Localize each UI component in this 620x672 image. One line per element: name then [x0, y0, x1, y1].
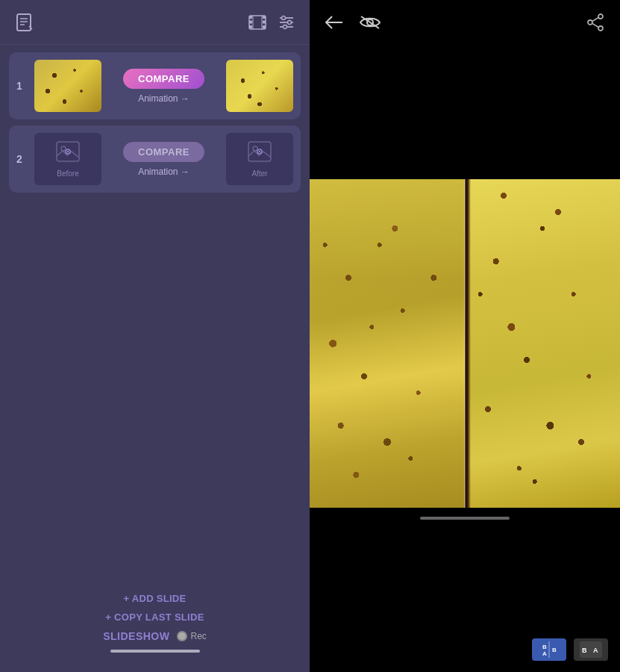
hide-button[interactable]	[356, 11, 384, 34]
slide-thumb-before-2: Before	[34, 133, 101, 185]
left-top-bar	[0, 0, 310, 45]
after-label: After	[251, 169, 267, 178]
slide-center-1: COMPARE Animation →	[109, 69, 219, 104]
svg-rect-7	[249, 20, 252, 23]
rec-dot	[177, 631, 187, 641]
rec-label: Rec	[190, 631, 206, 641]
ba-badge-2[interactable]: B A	[574, 638, 608, 661]
slideshow-label: SLIDESHOW	[103, 630, 169, 642]
right-scroll-thumb	[420, 517, 510, 520]
add-slide-link[interactable]: + ADD SLIDE	[123, 593, 186, 604]
left-scrollbar[interactable]	[110, 650, 200, 653]
slide-center-2: COMPARE Animation →	[109, 142, 219, 177]
svg-line-36	[592, 18, 598, 22]
settings-button[interactable]	[275, 11, 298, 34]
bottom-actions: + ADD SLIDE + COPY LAST SLIDE SLIDESHOW …	[0, 581, 310, 672]
right-top-bar	[310, 0, 620, 45]
settings-icon	[278, 14, 295, 31]
preview-black-bottom	[310, 508, 620, 627]
top-bar-left	[12, 10, 37, 35]
preview-black-top	[310, 45, 620, 179]
copy-last-slide-link[interactable]: + COPY LAST SLIDE	[105, 612, 204, 623]
svg-text:B: B	[582, 647, 587, 654]
slide-thumb-before-1	[34, 60, 101, 112]
compare-button-1[interactable]: COMPARE	[123, 69, 204, 89]
svg-point-33	[598, 14, 603, 19]
right-panel: B A B B A	[310, 0, 620, 672]
film-icon	[248, 15, 266, 30]
svg-text:A: A	[542, 650, 547, 657]
film-button[interactable]	[245, 12, 269, 33]
svg-point-19	[284, 25, 287, 28]
placeholder-before-icon	[56, 141, 80, 167]
slide-item-2[interactable]: 2 Before COMPARE	[9, 125, 301, 193]
back-button[interactable]	[322, 12, 347, 33]
svg-point-26	[253, 146, 257, 151]
placeholder-after-icon	[248, 141, 272, 167]
rec-toggle[interactable]: Rec	[177, 631, 206, 641]
split-divider	[464, 179, 466, 508]
svg-point-17	[282, 16, 286, 19]
svg-rect-11	[263, 25, 266, 28]
right-bottom-bar: B A B B A	[310, 627, 620, 672]
svg-point-35	[598, 26, 603, 31]
slide-number-2: 2	[16, 153, 27, 165]
slide-thumb-after-1	[226, 60, 293, 112]
svg-point-21	[61, 146, 66, 151]
svg-line-37	[592, 24, 598, 28]
back-arrow-icon	[325, 15, 344, 30]
svg-point-34	[588, 20, 592, 25]
slides-list: 1 COMPARE Animation → 2	[0, 45, 310, 581]
notes-button[interactable]	[12, 10, 37, 35]
slide-item-1[interactable]: 1 COMPARE Animation →	[9, 52, 301, 119]
ba-badge-1[interactable]: B A B	[532, 638, 566, 661]
svg-text:A: A	[593, 647, 598, 654]
svg-rect-10	[263, 20, 266, 23]
compare-button-2[interactable]: COMPARE	[123, 142, 204, 162]
banana-right-image	[465, 179, 620, 508]
svg-text:B: B	[552, 647, 557, 653]
split-container	[310, 179, 620, 508]
left-scroll-thumb	[110, 650, 200, 653]
notes-icon	[15, 13, 34, 32]
svg-rect-0	[17, 14, 31, 31]
ba-split-icon: B A B	[538, 641, 560, 658]
top-bar-right	[245, 11, 298, 34]
right-top-left	[322, 11, 384, 34]
preview-area	[310, 179, 620, 508]
animation-label-2: Animation →	[138, 167, 190, 177]
share-button[interactable]	[583, 10, 608, 35]
ba-side-icon: B A	[580, 641, 602, 658]
slideshow-row: SLIDESHOW Rec	[103, 630, 207, 642]
svg-text:B: B	[542, 644, 547, 650]
left-panel: 1 COMPARE Animation → 2	[0, 0, 310, 672]
svg-point-18	[288, 20, 292, 24]
banana-left-image	[310, 179, 465, 508]
before-label: Before	[57, 169, 78, 178]
svg-rect-8	[249, 25, 252, 28]
slide-number-1: 1	[16, 80, 27, 92]
share-icon	[586, 13, 605, 32]
animation-label-1: Animation →	[138, 93, 190, 104]
svg-rect-9	[263, 16, 266, 19]
slide-thumb-after-2: After	[226, 133, 293, 185]
eye-slash-icon	[359, 14, 381, 31]
svg-rect-6	[249, 16, 252, 19]
